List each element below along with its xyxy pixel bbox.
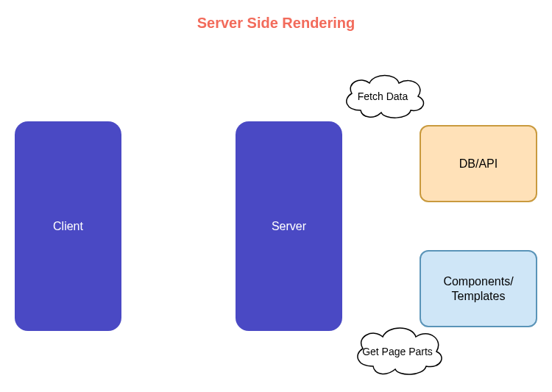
server-label: Server (272, 220, 306, 233)
get-page-parts-cloud: Get Page Parts (350, 324, 449, 379)
db-api-node: DB/API (420, 125, 537, 202)
client-node: Client (15, 121, 121, 331)
get-page-parts-label: Get Page Parts (353, 346, 442, 357)
components-label: Components/ Templates (443, 274, 513, 302)
server-node: Server (236, 121, 342, 331)
components-node: Components/ Templates (420, 250, 537, 327)
db-api-label: DB/API (459, 157, 498, 171)
diagram-title: Server Side Rendering (0, 15, 552, 32)
fetch-data-label: Fetch Data (339, 90, 427, 102)
fetch-data-cloud: Fetch Data (339, 70, 431, 121)
client-label: Client (53, 220, 83, 233)
